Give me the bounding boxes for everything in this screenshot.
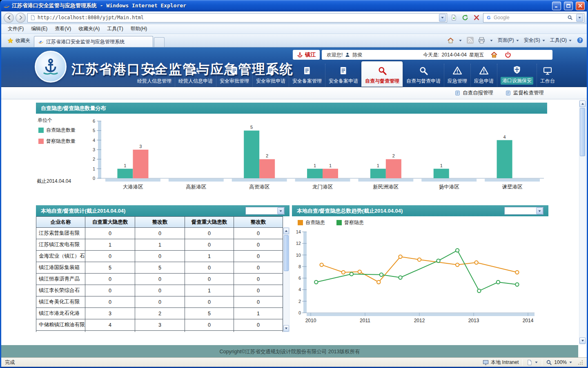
- value-cell: 0: [185, 296, 234, 308]
- browser-tab[interactable]: e 江苏省港口安全监管与应急管理系统: [34, 36, 153, 47]
- toolbar-page-menu[interactable]: 页面(P): [498, 37, 519, 44]
- nav-safety-approval-mgmt[interactable]: 安全审批管理: [216, 64, 252, 87]
- menu-tools[interactable]: 工具(T): [104, 24, 126, 34]
- doc-icon: [266, 66, 276, 76]
- menu-favorites[interactable]: 收藏夹(A): [75, 24, 103, 34]
- minimize-button[interactable]: [552, 2, 561, 10]
- value-cell: 0: [234, 296, 283, 308]
- forward-button[interactable]: [16, 13, 26, 23]
- svg-text:0: 0: [298, 310, 301, 315]
- print-icon[interactable]: [478, 37, 485, 44]
- stop-button[interactable]: [472, 13, 481, 22]
- home-icon[interactable]: [447, 37, 454, 44]
- asof-label: 截止2014.04.04: [37, 178, 71, 185]
- resize-grip[interactable]: [578, 360, 583, 365]
- nav-safety-filing-apply[interactable]: 安全备案申请: [325, 64, 361, 87]
- nav-emergency-apply[interactable]: 应急申请: [470, 64, 497, 87]
- scroll-up-button[interactable]: [283, 228, 289, 234]
- svg-text:?: ?: [579, 38, 581, 43]
- table-row: 镇江港国际集装箱 5500: [36, 262, 283, 274]
- table-scrollbar[interactable]: [283, 227, 290, 332]
- subnav-self-report-mgmt[interactable]: 自查自报管理: [455, 90, 493, 96]
- nav-self-check-supervision-apply[interactable]: 自查与督查申请: [403, 64, 444, 87]
- scroll-thumb[interactable]: [284, 235, 289, 271]
- menu-help[interactable]: 帮助(H): [127, 24, 151, 34]
- zoom-control[interactable]: 100%: [546, 359, 572, 366]
- nav-workbench[interactable]: 工作台: [537, 64, 558, 87]
- select-arrow[interactable]: [277, 207, 284, 214]
- search-options-dropdown[interactable]: [576, 14, 583, 22]
- scroll-down-button[interactable]: [579, 337, 586, 344]
- refresh-button[interactable]: [460, 13, 470, 22]
- value-cell: 1: [234, 308, 283, 319]
- nav-self-check-supervision-mgmt[interactable]: 自查与督查管理: [361, 61, 403, 87]
- statistics-table: 企业名称自查重大隐患数整改数督查重大隐患数整改数 江苏索普集团有限 0000 江…: [36, 216, 283, 332]
- toolbar-tools-menu[interactable]: 工具(O): [550, 37, 572, 44]
- status-bar: 完成 本地 Intranet 100%: [1, 357, 587, 367]
- favorites-button[interactable]: 收藏夹: [4, 35, 34, 47]
- search-button[interactable]: [566, 14, 574, 22]
- statistics-filter-select[interactable]: [245, 207, 285, 215]
- nav-operator-info-apply[interactable]: 经营人信息申请: [175, 64, 216, 87]
- doc-icon: [339, 66, 348, 76]
- legend-swatch: [336, 220, 342, 225]
- scroll-track[interactable]: [579, 107, 586, 337]
- toolbar-safety-menu[interactable]: 安全(S): [524, 37, 546, 44]
- compatibility-view-button[interactable]: [449, 13, 459, 22]
- menu-file[interactable]: 文件(F): [4, 24, 27, 34]
- menu-edit[interactable]: 编辑(E): [28, 24, 51, 34]
- subnav-inspection-mgmt[interactable]: 监督检查管理: [506, 90, 544, 96]
- value-cell: 0: [234, 239, 283, 251]
- home-shortcut-icon[interactable]: [490, 51, 498, 58]
- svg-text:8: 8: [298, 264, 301, 269]
- menu-view[interactable]: 查看(V): [51, 24, 74, 34]
- value-cell: 0: [135, 251, 185, 262]
- browser-toolbar: 页面(P)安全(S)工具(O) ?: [447, 37, 584, 47]
- triangle-up-icon: [285, 229, 288, 233]
- svg-text:4: 4: [93, 138, 95, 143]
- monitor-icon: [543, 66, 552, 76]
- value-cell: 0: [135, 274, 185, 285]
- address-history-dropdown[interactable]: [439, 14, 446, 22]
- page-scrollbar[interactable]: [579, 100, 586, 344]
- trend-filter-select[interactable]: [504, 207, 543, 215]
- svg-text:e: e: [40, 39, 42, 45]
- search-icon: [419, 66, 428, 76]
- nav-safety-filing-mgmt[interactable]: 安全备案管理: [289, 64, 325, 87]
- logout-icon[interactable]: [504, 51, 512, 58]
- nav-emergency-mgmt[interactable]: 应急管理: [444, 64, 470, 87]
- title-bar: e 江苏省港口安全监管与应急管理系统 - Windows Internet Ex…: [1, 0, 587, 11]
- rss-icon[interactable]: [467, 37, 474, 44]
- maximize-button[interactable]: [564, 2, 573, 10]
- panel-title-bar: 自查隐患/督查隐患数量分布: [36, 103, 547, 114]
- triangle-down-icon: [285, 327, 288, 330]
- chevron-down-icon[interactable]: [490, 39, 493, 42]
- scroll-thumb[interactable]: [580, 108, 585, 156]
- help-icon[interactable]: ?: [577, 37, 584, 44]
- value-cell: 1: [185, 251, 234, 262]
- search-box[interactable]: G Google: [483, 13, 584, 22]
- select-arrow[interactable]: [536, 207, 543, 214]
- chevron-down-icon: [538, 209, 541, 213]
- search-input[interactable]: Google: [494, 15, 564, 20]
- back-button[interactable]: [4, 13, 14, 23]
- scroll-track[interactable]: [283, 234, 289, 325]
- shield-icon: [512, 65, 522, 75]
- scroll-down-button[interactable]: [283, 325, 289, 332]
- nav-port-facility-security[interactable]: 港口设施保安: [497, 64, 537, 87]
- value-cell: 0: [185, 228, 234, 239]
- value-cell: 1: [85, 239, 135, 251]
- nav-operator-info-mgmt[interactable]: 经营人信息管理: [134, 64, 175, 87]
- legend-swatch: [38, 128, 44, 133]
- svg-text:1: 1: [377, 163, 379, 168]
- panel-title: 自查隐患/督查隐患数量分布: [41, 105, 106, 112]
- protected-mode-button[interactable]: [526, 359, 538, 366]
- new-tab-button[interactable]: [154, 37, 165, 47]
- stop-icon: [473, 14, 480, 21]
- chevron-down-icon[interactable]: [459, 39, 462, 42]
- nav-safety-approval-apply[interactable]: 安全审批申请: [252, 64, 289, 87]
- address-field[interactable]: http://localhost:8080/yjpt/Main.html: [27, 13, 447, 22]
- close-button[interactable]: [576, 2, 585, 10]
- scroll-up-button[interactable]: [579, 101, 586, 107]
- svg-text:2: 2: [392, 153, 395, 158]
